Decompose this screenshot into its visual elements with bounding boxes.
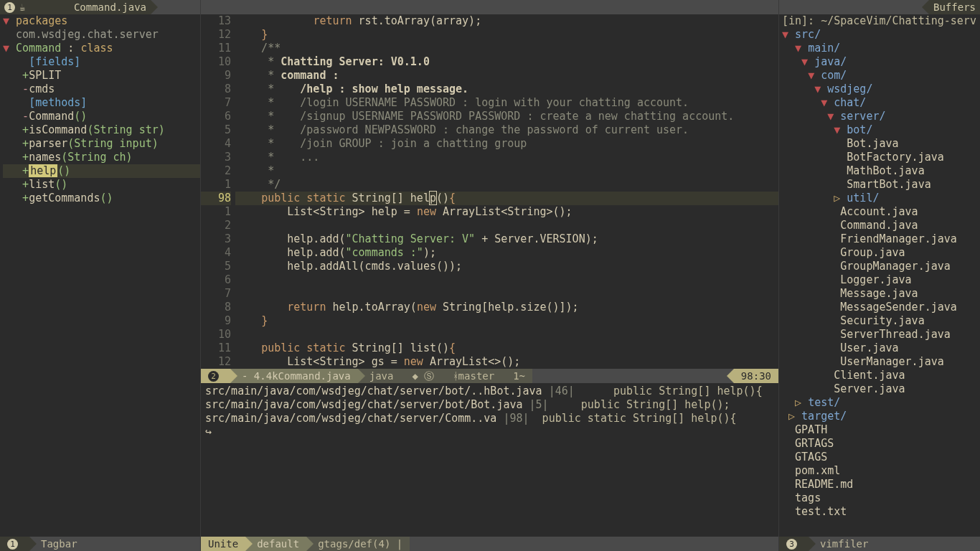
tree-file[interactable]: tags — [782, 491, 980, 505]
tab-label: Command.java — [74, 1, 146, 14]
tree-file[interactable]: Security.java — [782, 314, 980, 328]
tabbar-right[interactable]: Buffers — [779, 0, 980, 14]
status-filetype: java — [369, 369, 394, 383]
cursor-line: public static String[] help(){ — [235, 192, 778, 205]
tabbar-left[interactable]: 1 ☕ Command.java — [0, 0, 200, 14]
java-icon: ☕ — [19, 1, 25, 14]
status-ff: 1~ — [513, 369, 525, 383]
tab-command-java[interactable]: 1 ☕ Command.java — [0, 0, 151, 14]
tree-file[interactable]: GTAGS — [782, 451, 980, 464]
tree-file[interactable]: GRTAGS — [782, 437, 980, 451]
unite-row[interactable]: src/main/java/com/wsdjeg/chat/server/bot… — [205, 385, 774, 398]
tabbar-center — [201, 0, 778, 14]
tree-file[interactable]: MathBot.java — [782, 164, 980, 178]
code-editor[interactable]: 13 12 11 10 9 8 7 6 5 4 3 2 1 98 1 2 3 4… — [201, 14, 778, 369]
tree-dir[interactable]: ▷ target/ — [782, 410, 980, 423]
gutter: 13 12 11 10 9 8 7 6 5 4 3 2 1 98 1 2 3 4… — [201, 14, 235, 369]
tree-dir[interactable]: ▼ com/ — [782, 69, 980, 83]
tree-file[interactable]: FriendManager.java — [782, 232, 980, 246]
statusbar-tagbar: 1 Tagbar — [0, 537, 200, 551]
tagbar-package[interactable]: com.wsdjeg.chat.server — [16, 28, 159, 41]
tagbar-class[interactable]: Command — [16, 42, 61, 55]
statusbar-vimfiler: 3 vimfiler — [779, 537, 980, 551]
tree-file[interactable]: Group.java — [782, 246, 980, 260]
unite-source: gtags/def(4) | — [318, 537, 402, 551]
tree-dir[interactable]: ▷ test/ — [782, 396, 980, 410]
tree-file[interactable]: Server.java — [782, 382, 980, 396]
tree-file[interactable]: BotFactory.java — [782, 151, 980, 164]
tagbar-field[interactable]: -cmds — [3, 83, 200, 96]
tagbar-field[interactable]: +SPLIT — [3, 69, 200, 83]
status-filesize: - 4.4k — [242, 369, 278, 383]
tree-file[interactable]: SmartBot.java — [782, 178, 980, 192]
status-filename: Command.java — [278, 369, 351, 383]
unite-statusline: Unite default gtags/def(4) | — [201, 537, 778, 551]
tree-file[interactable]: Command.java — [782, 219, 980, 232]
status-label: Tagbar — [29, 537, 85, 551]
tree-file[interactable]: ServerThread.java — [782, 328, 980, 342]
tagbar-method[interactable]: +list() — [3, 178, 200, 192]
tree-file[interactable]: GroupManager.java — [782, 260, 980, 273]
tree-dir[interactable]: ▼ server/ — [782, 110, 980, 123]
tagbar-method[interactable]: +names(String ch) — [3, 151, 200, 164]
tree-file[interactable]: User.java — [782, 342, 980, 355]
status-label: vimfiler — [809, 537, 875, 551]
status-badge: 1 — [7, 539, 18, 550]
tagbar-section-fields: [fields] — [29, 55, 80, 68]
tagbar-method[interactable]: +getCommands() — [3, 192, 200, 205]
tree-dir[interactable]: ▼ chat/ — [782, 96, 980, 110]
tab-badge: 1 — [4, 2, 15, 13]
tree-file[interactable]: Account.java — [782, 205, 980, 219]
tagbar-method[interactable]: -Command() — [3, 110, 200, 123]
status-badge: 3 — [786, 539, 797, 550]
unite-row[interactable]: src/main/java/com/wsdjeg/chat/server/bot… — [205, 398, 774, 412]
unite-row[interactable]: src/main/java/com/wsdjeg/chat/server/Com… — [205, 412, 774, 425]
branch-icon: ᚼ — [453, 369, 458, 383]
unite-mode: Unite — [208, 537, 238, 551]
status-branch: master — [458, 369, 495, 383]
unite-caret-icon: ↪ — [205, 425, 212, 438]
unite-profile: default — [257, 537, 299, 551]
file-tree[interactable]: [in]: ~/SpaceVim/Chatting-serv ▼ src/ ▼ … — [779, 14, 980, 537]
tree-cwd: [in]: ~/SpaceVim/Chatting-serv — [782, 14, 976, 27]
tree-file[interactable]: MessageSender.java — [782, 301, 980, 314]
tagbar[interactable]: ▼ packages com.wsdjeg.chat.server ▼ Comm… — [0, 14, 200, 537]
tree-file[interactable]: pom.xml — [782, 464, 980, 478]
tab-label: Buffers — [933, 1, 976, 14]
code-area[interactable]: return rst.toArray(array); } /** * Chatt… — [235, 14, 778, 369]
tree-file[interactable]: Message.java — [782, 287, 980, 301]
triangle-down-icon: ▼ — [3, 14, 9, 27]
tree-file[interactable]: README.md — [782, 478, 980, 491]
tree-file[interactable]: Client.java — [782, 369, 980, 382]
tree-dir[interactable]: ▼ wsdjeg/ — [782, 83, 980, 96]
tree-file[interactable]: GPATH — [782, 423, 980, 437]
tree-dir[interactable]: ▼ main/ — [782, 42, 980, 55]
status-position: 98:30 — [741, 369, 771, 383]
tree-file[interactable]: Logger.java — [782, 273, 980, 287]
tree-file[interactable]: Bot.java — [782, 137, 980, 151]
unite-results[interactable]: src/main/java/com/wsdjeg/chat/server/bot… — [201, 383, 778, 537]
tree-file[interactable]: test.txt — [782, 505, 980, 519]
tree-dir[interactable]: ▼ bot/ — [782, 123, 980, 137]
editor-statusline: 2 - 4.4k Command.java java ◆ Ⓢ ᚼ master … — [201, 369, 778, 383]
tree-dir[interactable]: ▼ src/ — [782, 28, 980, 42]
tagbar-method-selected[interactable]: +help() — [3, 164, 200, 178]
tagbar-method[interactable]: +isCommand(String str) — [3, 123, 200, 137]
tree-dir[interactable]: ▼ java/ — [782, 55, 980, 69]
status-indicators: ◆ Ⓢ — [412, 369, 452, 383]
tab-buffers[interactable]: Buffers — [929, 0, 980, 14]
status-badge: 2 — [208, 371, 219, 382]
tree-file[interactable]: UserManager.java — [782, 355, 980, 369]
tagbar-method[interactable]: +parser(String input) — [3, 137, 200, 151]
tree-dir[interactable]: ▷ util/ — [782, 192, 980, 205]
triangle-down-icon: ▼ — [3, 42, 9, 55]
tagbar-section-methods: [methods] — [29, 96, 87, 109]
